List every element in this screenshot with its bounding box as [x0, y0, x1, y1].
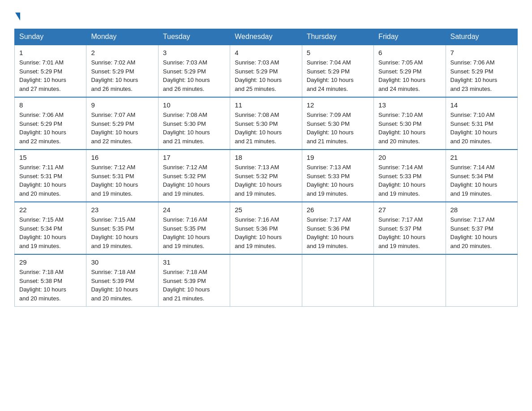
calendar-week-1: 1Sunrise: 7:01 AMSunset: 5:29 PMDaylight…	[15, 45, 518, 97]
day-number: 30	[91, 258, 153, 266]
day-number: 8	[19, 101, 82, 109]
day-info: Sunrise: 7:14 AMSunset: 5:34 PMDaylight:…	[450, 163, 513, 198]
day-info: Sunrise: 7:15 AMSunset: 5:35 PMDaylight:…	[91, 215, 153, 250]
day-number: 29	[19, 258, 82, 266]
day-info: Sunrise: 7:10 AMSunset: 5:30 PMDaylight:…	[378, 111, 441, 146]
calendar-body: 1Sunrise: 7:01 AMSunset: 5:29 PMDaylight…	[15, 45, 518, 307]
calendar-cell: 9Sunrise: 7:07 AMSunset: 5:29 PMDaylight…	[86, 97, 158, 150]
weekday-header-tuesday: Tuesday	[158, 29, 230, 45]
calendar-cell	[446, 254, 517, 307]
day-number: 28	[450, 206, 513, 214]
day-info: Sunrise: 7:16 AMSunset: 5:36 PMDaylight:…	[235, 215, 297, 250]
logo	[14, 13, 20, 21]
day-number: 23	[91, 206, 153, 214]
calendar-cell: 26Sunrise: 7:17 AMSunset: 5:36 PMDayligh…	[302, 202, 373, 254]
day-info: Sunrise: 7:13 AMSunset: 5:32 PMDaylight:…	[235, 163, 297, 198]
calendar-cell: 16Sunrise: 7:12 AMSunset: 5:31 PMDayligh…	[86, 150, 158, 202]
calendar-cell: 12Sunrise: 7:09 AMSunset: 5:30 PMDayligh…	[302, 97, 373, 150]
day-info: Sunrise: 7:10 AMSunset: 5:31 PMDaylight:…	[450, 111, 513, 146]
day-number: 12	[307, 101, 369, 109]
page-header	[14, 11, 518, 21]
day-info: Sunrise: 7:02 AMSunset: 5:29 PMDaylight:…	[91, 58, 153, 93]
calendar-cell	[374, 254, 446, 307]
calendar-week-2: 8Sunrise: 7:06 AMSunset: 5:29 PMDaylight…	[15, 97, 518, 150]
day-number: 6	[378, 49, 441, 56]
calendar-cell: 14Sunrise: 7:10 AMSunset: 5:31 PMDayligh…	[446, 97, 517, 150]
day-number: 4	[235, 49, 297, 56]
weekday-header-thursday: Thursday	[302, 29, 373, 45]
calendar-week-5: 29Sunrise: 7:18 AMSunset: 5:38 PMDayligh…	[15, 254, 518, 307]
weekday-header-monday: Monday	[86, 29, 158, 45]
logo-blue-text	[14, 13, 20, 21]
calendar-cell: 19Sunrise: 7:13 AMSunset: 5:33 PMDayligh…	[302, 150, 373, 202]
day-info: Sunrise: 7:13 AMSunset: 5:33 PMDaylight:…	[307, 163, 369, 198]
day-number: 27	[378, 206, 441, 214]
day-info: Sunrise: 7:06 AMSunset: 5:29 PMDaylight:…	[19, 111, 82, 146]
day-info: Sunrise: 7:08 AMSunset: 5:30 PMDaylight:…	[235, 111, 297, 146]
day-number: 15	[19, 154, 82, 161]
logo-triangle-icon	[15, 13, 20, 21]
calendar-cell: 22Sunrise: 7:15 AMSunset: 5:34 PMDayligh…	[15, 202, 86, 254]
calendar-cell: 8Sunrise: 7:06 AMSunset: 5:29 PMDaylight…	[15, 97, 86, 150]
day-info: Sunrise: 7:12 AMSunset: 5:31 PMDaylight:…	[91, 163, 153, 198]
calendar-cell: 15Sunrise: 7:11 AMSunset: 5:31 PMDayligh…	[15, 150, 86, 202]
day-number: 19	[307, 154, 369, 161]
calendar-cell: 18Sunrise: 7:13 AMSunset: 5:32 PMDayligh…	[230, 150, 302, 202]
day-info: Sunrise: 7:17 AMSunset: 5:36 PMDaylight:…	[307, 215, 369, 250]
day-number: 13	[378, 101, 441, 109]
day-info: Sunrise: 7:12 AMSunset: 5:32 PMDaylight:…	[163, 163, 225, 198]
day-number: 22	[19, 206, 82, 214]
calendar-cell: 28Sunrise: 7:17 AMSunset: 5:37 PMDayligh…	[446, 202, 517, 254]
day-info: Sunrise: 7:16 AMSunset: 5:35 PMDaylight:…	[163, 215, 225, 250]
day-info: Sunrise: 7:08 AMSunset: 5:30 PMDaylight:…	[163, 111, 225, 146]
calendar-cell: 7Sunrise: 7:06 AMSunset: 5:29 PMDaylight…	[446, 45, 517, 97]
calendar-cell: 2Sunrise: 7:02 AMSunset: 5:29 PMDaylight…	[86, 45, 158, 97]
day-info: Sunrise: 7:07 AMSunset: 5:29 PMDaylight:…	[91, 111, 153, 146]
day-number: 21	[450, 154, 513, 161]
day-info: Sunrise: 7:01 AMSunset: 5:29 PMDaylight:…	[19, 58, 82, 93]
day-number: 20	[378, 154, 441, 161]
weekday-header-wednesday: Wednesday	[230, 29, 302, 45]
day-number: 3	[163, 49, 225, 56]
weekday-header-friday: Friday	[374, 29, 446, 45]
day-number: 31	[163, 258, 225, 266]
calendar-cell: 11Sunrise: 7:08 AMSunset: 5:30 PMDayligh…	[230, 97, 302, 150]
calendar-cell: 6Sunrise: 7:05 AMSunset: 5:29 PMDaylight…	[374, 45, 446, 97]
day-info: Sunrise: 7:18 AMSunset: 5:38 PMDaylight:…	[19, 268, 82, 303]
calendar-cell: 5Sunrise: 7:04 AMSunset: 5:29 PMDaylight…	[302, 45, 373, 97]
day-number: 9	[91, 101, 153, 109]
calendar-cell: 3Sunrise: 7:03 AMSunset: 5:29 PMDaylight…	[158, 45, 230, 97]
day-info: Sunrise: 7:18 AMSunset: 5:39 PMDaylight:…	[91, 268, 153, 303]
weekday-header-sunday: Sunday	[15, 29, 86, 45]
calendar-cell: 31Sunrise: 7:18 AMSunset: 5:39 PMDayligh…	[158, 254, 230, 307]
day-info: Sunrise: 7:11 AMSunset: 5:31 PMDaylight:…	[19, 163, 82, 198]
day-info: Sunrise: 7:03 AMSunset: 5:29 PMDaylight:…	[235, 58, 297, 93]
day-info: Sunrise: 7:17 AMSunset: 5:37 PMDaylight:…	[450, 215, 513, 250]
calendar-table: SundayMondayTuesdayWednesdayThursdayFrid…	[14, 29, 518, 307]
calendar-cell: 10Sunrise: 7:08 AMSunset: 5:30 PMDayligh…	[158, 97, 230, 150]
day-number: 26	[307, 206, 369, 214]
weekday-header-row: SundayMondayTuesdayWednesdayThursdayFrid…	[15, 29, 518, 45]
calendar-cell: 30Sunrise: 7:18 AMSunset: 5:39 PMDayligh…	[86, 254, 158, 307]
day-number: 18	[235, 154, 297, 161]
day-number: 2	[91, 49, 153, 56]
day-number: 24	[163, 206, 225, 214]
weekday-header-saturday: Saturday	[446, 29, 517, 45]
calendar-cell: 25Sunrise: 7:16 AMSunset: 5:36 PMDayligh…	[230, 202, 302, 254]
day-number: 5	[307, 49, 369, 56]
day-number: 17	[163, 154, 225, 161]
day-info: Sunrise: 7:09 AMSunset: 5:30 PMDaylight:…	[307, 111, 369, 146]
calendar-cell: 29Sunrise: 7:18 AMSunset: 5:38 PMDayligh…	[15, 254, 86, 307]
calendar-cell: 13Sunrise: 7:10 AMSunset: 5:30 PMDayligh…	[374, 97, 446, 150]
calendar-cell: 17Sunrise: 7:12 AMSunset: 5:32 PMDayligh…	[158, 150, 230, 202]
day-info: Sunrise: 7:06 AMSunset: 5:29 PMDaylight:…	[450, 58, 513, 93]
day-number: 1	[19, 49, 82, 56]
day-number: 7	[450, 49, 513, 56]
calendar-cell: 20Sunrise: 7:14 AMSunset: 5:33 PMDayligh…	[374, 150, 446, 202]
calendar-cell	[302, 254, 373, 307]
day-info: Sunrise: 7:17 AMSunset: 5:37 PMDaylight:…	[378, 215, 441, 250]
calendar-cell: 1Sunrise: 7:01 AMSunset: 5:29 PMDaylight…	[15, 45, 86, 97]
calendar-cell	[230, 254, 302, 307]
day-info: Sunrise: 7:04 AMSunset: 5:29 PMDaylight:…	[307, 58, 369, 93]
calendar-cell: 27Sunrise: 7:17 AMSunset: 5:37 PMDayligh…	[374, 202, 446, 254]
